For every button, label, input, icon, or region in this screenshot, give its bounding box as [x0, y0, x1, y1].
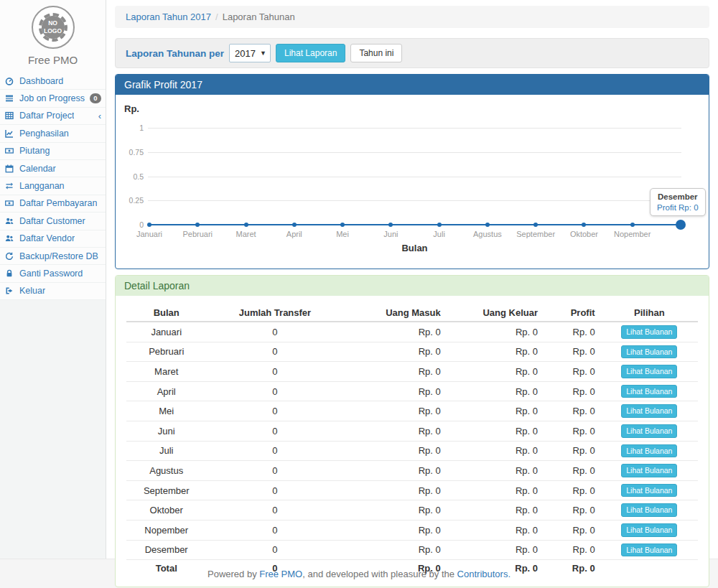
- chart-point-oktober[interactable]: [582, 223, 586, 227]
- cell-uang-masuk: Rp. 0: [343, 500, 446, 521]
- chart-point-maret[interactable]: [244, 223, 248, 227]
- sidebar-item-daftar-project[interactable]: Daftar Project‹: [0, 108, 106, 125]
- profit-chart-panel: Grafik Profit 2017 Rp.00.250.50.751Janua…: [115, 74, 709, 269]
- cell-pilihan: Lihat Bulanan: [601, 421, 698, 441]
- sidebar-item-daftar-customer[interactable]: Daftar Customer: [0, 213, 106, 230]
- y-tick-label: 0.25: [121, 196, 144, 205]
- lihat-bulanan-button[interactable]: Lihat Bulanan: [621, 385, 677, 398]
- y-axis-label: Rp.: [124, 103, 139, 114]
- cell-bulan: Nopember: [126, 520, 206, 540]
- table-row: Nopember0Rp. 0Rp. 0Rp. 0Lihat Bulanan: [126, 520, 698, 540]
- cell-profit: Rp. 0: [544, 520, 601, 540]
- tahun-ini-button[interactable]: Tahun ini: [350, 44, 402, 62]
- lihat-bulanan-button[interactable]: Lihat Bulanan: [621, 424, 677, 438]
- sidebar-item-ganti-password[interactable]: Ganti Password: [0, 265, 106, 282]
- lihat-bulanan-button[interactable]: Lihat Bulanan: [621, 325, 677, 339]
- sidebar-item-label: Daftar Customer: [19, 216, 85, 226]
- chart-point-nopember[interactable]: [630, 223, 635, 227]
- year-select-value: 2017: [235, 48, 256, 59]
- filter-label: Laporan Tahunan per: [126, 48, 224, 59]
- chart-point-pebruari[interactable]: [195, 223, 200, 227]
- report-filter-bar: Laporan Tahunan per 2017 ▼ Lihat Laporan…: [115, 38, 709, 68]
- app-window: NO LOGO Free PMO DashboardJob on Progres…: [0, 0, 718, 559]
- cell-profit: Rp. 0: [544, 461, 601, 481]
- table-row: Maret0Rp. 0Rp. 0Rp. 0Lihat Bulanan: [126, 362, 698, 382]
- sidebar-item-penghasilan[interactable]: Penghasilan: [0, 125, 106, 142]
- cell-uang-masuk: Rp. 0: [343, 401, 446, 421]
- cell-profit: Rp. 0: [544, 401, 601, 421]
- cell-pilihan: Lihat Bulanan: [601, 401, 698, 421]
- chart-point-agustus[interactable]: [485, 223, 490, 227]
- cell-bulan: Oktober: [126, 500, 206, 521]
- cell-profit: Rp. 0: [544, 421, 601, 441]
- lihat-bulanan-button[interactable]: Lihat Bulanan: [621, 444, 677, 458]
- logo-block: NO LOGO Free PMO: [0, 0, 106, 73]
- profit-line-chart: Rp.00.250.50.751JanuariPebruariMaretApri…: [116, 95, 709, 269]
- chart-point-juni[interactable]: [388, 223, 393, 227]
- brand-name: Free PMO: [0, 49, 106, 73]
- year-select[interactable]: 2017 ▼: [229, 44, 271, 62]
- sidebar-item-keluar[interactable]: Keluar: [0, 283, 106, 300]
- breadcrumb-current: Laporan Tahunan: [223, 11, 295, 22]
- lihat-bulanan-button[interactable]: Lihat Bulanan: [621, 464, 677, 477]
- chart-point-september[interactable]: [533, 223, 538, 227]
- contributors-link[interactable]: Contributors.: [457, 569, 510, 579]
- chart-point-juli[interactable]: [437, 223, 442, 227]
- refresh-icon: [5, 252, 16, 261]
- sidebar-item-label: Keluar: [19, 286, 45, 296]
- gridline: [148, 200, 681, 201]
- lihat-bulanan-button[interactable]: Lihat Bulanan: [621, 484, 677, 498]
- gridline: [148, 128, 681, 129]
- sidebar-item-calendar[interactable]: Calendar: [0, 160, 106, 177]
- lihat-bulanan-button[interactable]: Lihat Bulanan: [621, 543, 677, 557]
- cell-uang-keluar: Rp. 0: [447, 322, 544, 342]
- cell-jumlah-transfer: 0: [206, 401, 343, 421]
- chart-point-desember[interactable]: [676, 220, 686, 230]
- cell-bulan: Desember: [126, 540, 206, 560]
- cell-pilihan: Lihat Bulanan: [601, 322, 698, 342]
- sidebar-item-piutang[interactable]: Piutang: [0, 143, 106, 160]
- users-icon: [5, 217, 16, 225]
- lihat-bulanan-button[interactable]: Lihat Bulanan: [621, 404, 677, 418]
- lock-icon: [5, 269, 16, 278]
- app-logo: NO LOGO: [32, 6, 75, 49]
- sidebar-item-label: Piutang: [19, 146, 50, 156]
- cell-uang-keluar: Rp. 0: [447, 461, 544, 481]
- sidebar-item-daftar-vendor[interactable]: Daftar Vendor: [0, 230, 106, 248]
- cell-uang-keluar: Rp. 0: [447, 540, 544, 560]
- table-icon: [5, 111, 16, 120]
- sidebar-item-langganan[interactable]: Langganan: [0, 177, 106, 195]
- chart-point-april[interactable]: [292, 223, 297, 227]
- table-row: Januari0Rp. 0Rp. 0Rp. 0Lihat Bulanan: [126, 322, 698, 342]
- sidebar-menu: DashboardJob on Progress0Daftar Project‹…: [0, 73, 106, 300]
- chart-point-mei[interactable]: [340, 223, 345, 227]
- lihat-bulanan-button[interactable]: Lihat Bulanan: [621, 523, 677, 537]
- table-row: April0Rp. 0Rp. 0Rp. 0Lihat Bulanan: [126, 381, 698, 401]
- cell-jumlah-transfer: 0: [206, 421, 343, 441]
- sidebar-item-backup-restore-db[interactable]: Backup/Restore DB: [0, 248, 106, 265]
- sidebar-item-job-on-progress[interactable]: Job on Progress0: [0, 90, 106, 107]
- cell-jumlah-transfer: 0: [206, 540, 343, 560]
- cell-uang-keluar: Rp. 0: [447, 520, 544, 540]
- lihat-laporan-button[interactable]: Lihat Laporan: [276, 44, 345, 62]
- table-row: Desember0Rp. 0Rp. 0Rp. 0Lihat Bulanan: [126, 540, 698, 560]
- detail-laporan-panel: Detail Laporan BulanJumlah TransferUang …: [115, 275, 709, 587]
- detail-panel-title: Detail Laporan: [116, 276, 709, 296]
- lihat-bulanan-button[interactable]: Lihat Bulanan: [621, 365, 677, 378]
- breadcrumb-link[interactable]: Laporan Tahun 2017: [126, 11, 211, 22]
- free-pmo-link[interactable]: Free PMO: [259, 569, 302, 579]
- lihat-bulanan-button[interactable]: Lihat Bulanan: [621, 503, 677, 517]
- lihat-bulanan-button[interactable]: Lihat Bulanan: [621, 345, 677, 359]
- cell-uang-masuk: Rp. 0: [343, 362, 446, 382]
- column-header-pilihan: Pilihan: [601, 304, 698, 322]
- cell-bulan: April: [126, 381, 206, 401]
- y-tick-label: 0.75: [121, 148, 144, 157]
- x-axis-label: Bulan: [148, 243, 681, 253]
- cell-profit: Rp. 0: [544, 362, 601, 382]
- sidebar-item-daftar-pembayaran[interactable]: Daftar Pembayaran: [0, 195, 106, 213]
- chart-point-januari[interactable]: [147, 223, 151, 227]
- cell-profit: Rp. 0: [544, 500, 601, 521]
- tooltip-month: Desember: [657, 192, 699, 201]
- sidebar-item-dashboard[interactable]: Dashboard: [0, 73, 106, 90]
- cell-uang-masuk: Rp. 0: [343, 421, 446, 441]
